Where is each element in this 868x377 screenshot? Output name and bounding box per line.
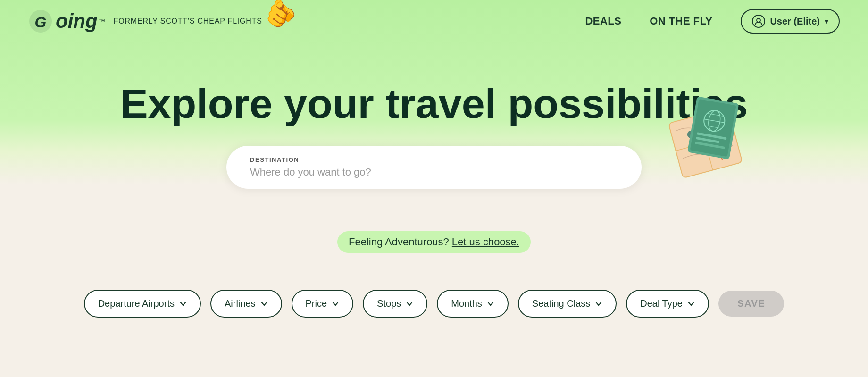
chevron-down-icon [595, 300, 602, 308]
travel-illustration [665, 94, 755, 191]
save-button[interactable]: SAVE [718, 291, 784, 317]
adventurous-row: Feeling Adventurous? Let us choose. [337, 231, 531, 272]
chevron-down-icon [260, 300, 268, 308]
price-filter[interactable]: Price [292, 290, 354, 318]
chevron-down-icon: ▾ [825, 17, 828, 26]
deal-type-label: Deal Type [640, 298, 683, 309]
adventurous-pill: Feeling Adventurous? Let us choose. [337, 231, 531, 253]
bottom-section: Feeling Adventurous? Let us choose. Depa… [0, 217, 868, 377]
filter-bar: Departure Airports Airlines Price Stops [84, 290, 785, 318]
search-label: DESTINATION [250, 156, 618, 163]
nav-deals[interactable]: DEALS [585, 15, 621, 27]
header-left: G oing ™ FORMERLY SCOTT'S CHEAP FLIGHTS [28, 9, 262, 34]
chevron-down-icon [487, 300, 494, 308]
svg-point-2 [757, 18, 760, 22]
departure-airports-label: Departure Airports [98, 298, 175, 309]
departure-airports-filter[interactable]: Departure Airports [84, 290, 201, 318]
stops-filter[interactable]: Stops [363, 290, 427, 318]
chevron-down-icon [332, 300, 339, 308]
let-us-choose-link[interactable]: Let us choose. [452, 236, 519, 248]
stops-label: Stops [377, 298, 401, 309]
airlines-label: Airlines [225, 298, 256, 309]
months-label: Months [451, 298, 482, 309]
formerly-text: FORMERLY SCOTT'S CHEAP FLIGHTS [114, 17, 262, 25]
header-nav: DEALS ON THE FLY User (Elite) ▾ [585, 9, 840, 34]
search-placeholder-text: Where do you want to go? [250, 166, 618, 178]
hero-title: Explore your travel possibilities [120, 81, 748, 127]
user-icon [752, 15, 765, 28]
chevron-down-icon [406, 300, 413, 308]
adventurous-text: Feeling Adventurous? [349, 236, 449, 248]
svg-text:G: G [35, 14, 47, 31]
seating-class-filter[interactable]: Seating Class [518, 290, 617, 318]
page-wrapper: G oing ™ FORMERLY SCOTT'S CHEAP FLIGHTS … [0, 0, 868, 377]
seating-class-label: Seating Class [532, 298, 590, 309]
destination-search[interactable]: DESTINATION Where do you want to go? [226, 146, 642, 189]
logo[interactable]: G oing ™ [28, 9, 105, 34]
price-label: Price [306, 298, 327, 309]
deal-type-filter[interactable]: Deal Type [626, 290, 709, 318]
logo-tm: ™ [99, 18, 105, 25]
airlines-filter[interactable]: Airlines [210, 290, 282, 318]
header: G oing ™ FORMERLY SCOTT'S CHEAP FLIGHTS … [0, 0, 868, 42]
months-filter[interactable]: Months [437, 290, 509, 318]
hand-pointer-decoration: 🫵 [262, 0, 299, 31]
chevron-down-icon [687, 300, 695, 308]
chevron-down-icon [179, 300, 187, 308]
logo-wordmark: oing [56, 11, 98, 31]
nav-on-the-fly[interactable]: ON THE FLY [650, 15, 712, 27]
user-label: User (Elite) [770, 16, 820, 27]
user-menu[interactable]: User (Elite) ▾ [741, 9, 840, 34]
